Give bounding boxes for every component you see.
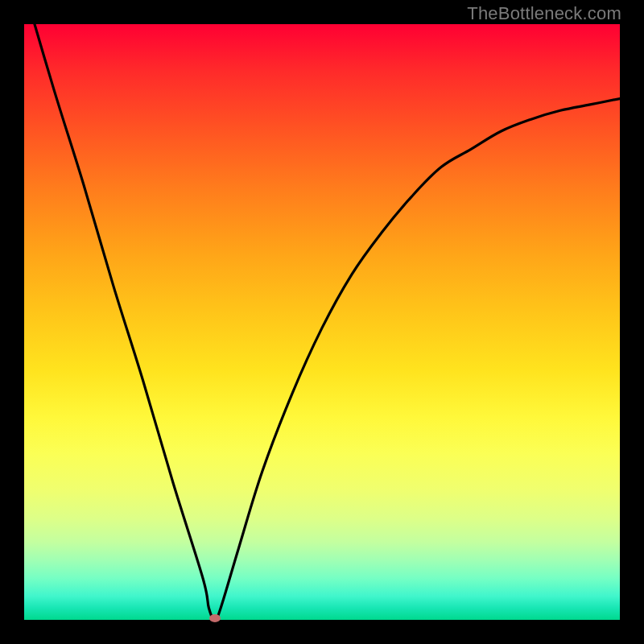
chart-frame: TheBottleneck.com — [0, 0, 644, 644]
plot-area — [24, 24, 620, 620]
bottleneck-curve — [24, 24, 620, 620]
optimal-point-marker — [209, 614, 221, 622]
curve-svg — [24, 24, 620, 620]
watermark-text: TheBottleneck.com — [467, 3, 621, 24]
